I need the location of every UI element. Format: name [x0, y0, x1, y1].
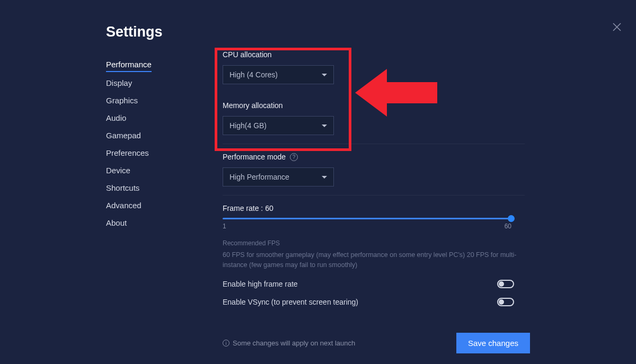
- sidebar-item-graphics[interactable]: Graphics: [106, 92, 186, 109]
- info-icon: i: [223, 340, 229, 347]
- vsync-label: Enable VSync (to prevent screen tearing): [223, 298, 358, 306]
- recommended-fps-body: 60 FPS for smoother gameplay (may effect…: [223, 250, 519, 270]
- sidebar-item-audio[interactable]: Audio: [106, 109, 186, 127]
- performance-mode-select[interactable]: High Performance: [223, 167, 334, 187]
- frame-rate-slider[interactable]: [223, 218, 511, 219]
- cpu-allocation-label: CPU allocation: [223, 50, 525, 59]
- chevron-down-icon: [322, 74, 327, 76]
- sidebar-item-performance[interactable]: Performance: [106, 56, 152, 72]
- high-frame-rate-label: Enable high frame rate: [223, 280, 298, 288]
- sidebar-item-advanced[interactable]: Advanced: [106, 197, 186, 214]
- cpu-allocation-select[interactable]: High (4 Cores): [223, 65, 334, 84]
- frame-rate-max: 60: [505, 223, 511, 230]
- memory-allocation-label: Memory allocation: [223, 101, 525, 110]
- performance-mode-label: Performance mode ?: [223, 153, 525, 161]
- vsync-toggle[interactable]: [497, 298, 514, 306]
- performance-mode-text: Performance mode: [223, 153, 286, 161]
- close-icon: [612, 24, 622, 33]
- memory-allocation-value: High(4 GB): [229, 121, 267, 130]
- high-frame-rate-toggle[interactable]: [497, 280, 514, 288]
- footer: i Some changes will apply on next launch…: [223, 322, 530, 353]
- sidebar-item-preferences[interactable]: Preferences: [106, 144, 186, 162]
- footer-note-text: Some changes will apply on next launch: [233, 339, 355, 347]
- sidebar-item-about[interactable]: About: [106, 214, 186, 232]
- settings-sidebar: Performance Display Graphics Audio Gamep…: [106, 56, 186, 232]
- page-title: Settings: [106, 24, 163, 40]
- sidebar-item-device[interactable]: Device: [106, 162, 186, 179]
- settings-content: CPU allocation High (4 Cores) Memory all…: [223, 50, 525, 315]
- chevron-down-icon: [322, 125, 327, 127]
- chevron-down-icon: [322, 176, 327, 179]
- sidebar-item-shortcuts[interactable]: Shortcuts: [106, 179, 186, 197]
- save-changes-button[interactable]: Save changes: [456, 333, 530, 353]
- recommended-fps-title: Recommended FPS: [223, 239, 525, 247]
- memory-allocation-select[interactable]: High(4 GB): [223, 116, 334, 135]
- sidebar-item-gamepad[interactable]: Gamepad: [106, 127, 186, 144]
- performance-mode-value: High Performance: [229, 173, 289, 181]
- sidebar-item-display[interactable]: Display: [106, 74, 186, 92]
- frame-rate-label: Frame rate : 60: [223, 204, 525, 212]
- footer-note: i Some changes will apply on next launch: [223, 339, 355, 347]
- close-button[interactable]: [612, 22, 623, 33]
- slider-thumb[interactable]: [508, 215, 515, 222]
- cpu-allocation-value: High (4 Cores): [229, 70, 278, 79]
- frame-rate-min: 1: [223, 223, 226, 230]
- help-icon[interactable]: ?: [290, 153, 298, 161]
